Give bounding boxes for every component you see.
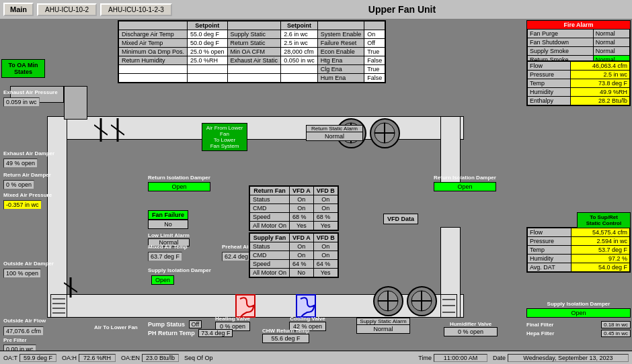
supply-static-alarm-box: Supply Static Alarm Normal [356, 318, 410, 334]
to-oa-min-states[interactable]: To OA MinStates [1, 59, 45, 78]
tab1-button[interactable]: AHU-ICU-10-2 [37, 3, 97, 16]
return-static-alarm-label: Return Static Alarm [307, 126, 362, 132]
mixed-air-temp-value: 63.7 deg F [148, 252, 182, 261]
right-duct-connector-return [440, 116, 461, 183]
cooling-coil [296, 294, 316, 318]
exhaust-pressure-label: Exhaust Air Pressure [3, 89, 58, 95]
rf-status-a: On [290, 195, 314, 204]
ph-return-value: 73.4 deg F [198, 329, 233, 337]
date-item: Date Wednesday, September 13, 2023 [493, 354, 629, 362]
oat-value: 59.9 deg F [19, 354, 56, 362]
sf-vfd-a-header: VFD A [290, 234, 314, 242]
rf-speed-a: 68 % [290, 213, 314, 222]
hepa-filter-value: 0.45 in wc [601, 330, 631, 337]
top-bar: Main AHU-ICU-10-2 AHU-ICU-10-1-2-3 Upper… [0, 0, 632, 19]
final-filter-area: Final Filter 0.18 in wc Hepa Filter 0.45… [526, 321, 631, 337]
fan-purge-value: Normal [593, 30, 629, 38]
sa-temp-label: Temp [528, 246, 571, 255]
exhaust-pressure-value: 0.059 in wc [3, 97, 40, 107]
sa-humidity-label: Humidity [528, 255, 571, 263]
rf-cmd-b: On [313, 204, 338, 213]
to-oa-min-label: To OA MinStates [9, 62, 38, 75]
fan-failure-value: No [148, 220, 188, 229]
avg-dat-value: 54.0 deg F [571, 263, 630, 272]
cooling-valve-label: Cooling Valve [289, 316, 326, 322]
rf-status-b: On [313, 195, 338, 204]
return-iso-1-label: Return Isolation Damper [148, 175, 210, 181]
supply-fan-vfd-area: Supply Fan VFD A VFD B Status On On CMD … [249, 232, 339, 278]
to-sup-ret-label: To Sup/RetStatic Control [577, 212, 631, 228]
sf-title: Supply Fan [250, 234, 290, 242]
sa-temp-value: 53.7 deg F [571, 246, 630, 255]
rf-status-label: Status [250, 195, 290, 204]
return-static-alarm-box: Return Static Alarm Normal [306, 125, 363, 141]
oat-label: OA:T [3, 355, 17, 361]
setpoint-area: Setpoint Setpoint Discharge Air Temp 55.… [118, 20, 386, 83]
temp-value: 73.8 deg F [571, 79, 630, 88]
sa-pressure-value: 2.594 in wc [571, 237, 630, 246]
supply-smoke-label: Supply Smoke [528, 47, 594, 56]
final-filter-symbol [440, 294, 457, 318]
supply-smoke-value: Normal [593, 47, 629, 56]
econ-enable-label: Econ Enable [317, 48, 364, 56]
page-title: Upper Fan Unit [175, 4, 629, 15]
sa-pressure-label: Pressure [528, 237, 571, 246]
hum-ena-value: False [364, 74, 385, 83]
main-button[interactable]: Main [3, 3, 34, 16]
fire-alarm-title: Fire Alarm [527, 21, 630, 29]
sf-all-motor-label: All Motor On [250, 269, 290, 277]
sf-status-label: Status [250, 242, 290, 251]
sf-speed-label: Speed [250, 260, 290, 269]
pressure-label: Pressure [528, 71, 571, 79]
tab2-button[interactable]: AHU-ICU-10-1-2-3 [100, 3, 172, 16]
supply-fan-vfd-table: Supply Fan VFD A VFD B Status On On CMD … [249, 233, 338, 277]
failure-reset-value: Off [364, 39, 385, 48]
seq-item: Seq Of Op [184, 355, 213, 361]
chw-return-value: 55.6 deg F [262, 334, 309, 343]
humidity-label: Humidity [528, 88, 571, 97]
supply-static-alarm-label: Supply Static Alarm [357, 318, 409, 324]
seq-label: Seq Of Op [184, 355, 213, 361]
time-label: Time [418, 355, 432, 361]
humidifier-valve-value: 0 % open [444, 327, 498, 336]
sf-speed-b: 64 % [313, 260, 338, 269]
pump-status-value: Off [189, 320, 202, 328]
rf-all-motor-b: Yes [313, 222, 338, 230]
sa-flow-label: Flow [528, 228, 571, 237]
rf-all-motor-label: All Motor On [250, 222, 290, 230]
humidifier-valve-area: Humidifier Valve 0 % open [444, 321, 498, 336]
sf-cmd-b: On [313, 251, 338, 260]
sa-flow-value: 54,575.4 cfm [571, 228, 630, 237]
supply-fan-b [407, 286, 437, 316]
oah-value: 72.6 %RH [79, 354, 116, 362]
supply-iso-right-area: Supply Isolation Damper Open [526, 301, 631, 318]
outside-air-flow-label: Outside Air Flow [3, 318, 46, 324]
supply-static-alarm-value: Normal [357, 324, 409, 333]
ph-return-label: PH Return Temp [148, 330, 195, 336]
rf-vfd-b-header: VFD B [313, 187, 338, 195]
chw-return-area: CHW Return Temp 55.6 deg F [262, 328, 309, 343]
time-item: Time 11:00:00 AM [418, 354, 487, 362]
return-fan-vfd-table: Return Fan VFD A VFD B Status On On CMD … [249, 186, 338, 230]
enthalpy-label: Enthalpy [528, 97, 571, 105]
sf-all-motor-b: Yes [313, 269, 338, 277]
fan-shutdown-label: Fan Shutdown [528, 38, 594, 47]
clg-ena-label: Clg Ena [317, 65, 364, 74]
supply-iso-damper-label: Supply Isolation Damper [148, 267, 211, 273]
oaen-value: 23.0 Btu/lb [142, 354, 179, 362]
exhaust-duct [64, 86, 87, 120]
sf-cmd-label: CMD [250, 251, 290, 260]
sf-speed-a: 64 % [290, 260, 314, 269]
enthalpy-value: 28.2 Btu/lb [571, 97, 630, 105]
return-air-damper-label: Return Air Damper [3, 172, 51, 178]
oa-damper-symbol [64, 277, 77, 298]
oah-label: OA:H [62, 355, 77, 361]
supply-iso-damper-value: Open [151, 275, 174, 285]
mixed-air-pressure-box: -0.357 in wc [3, 200, 42, 210]
fan-purge-label: Fan Purge [528, 30, 594, 38]
sf-status-b: On [313, 242, 338, 251]
vfd-data-label: VFD Data [383, 214, 418, 224]
rf-speed-b: 68 % [313, 213, 338, 222]
main-container: Main AHU-ICU-10-2 AHU-ICU-10-1-2-3 Upper… [0, 0, 632, 364]
sys-enable-value: On [364, 30, 385, 39]
